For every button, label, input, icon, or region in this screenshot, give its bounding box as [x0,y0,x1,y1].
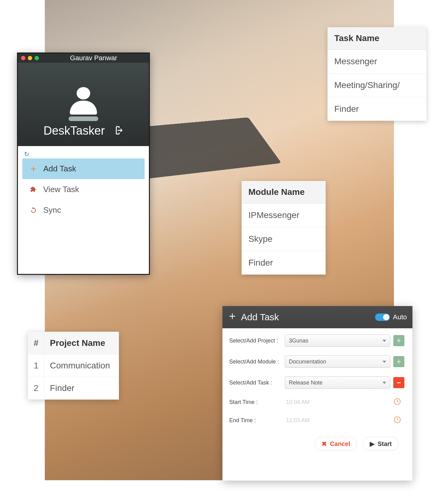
row-index: 2 [28,377,44,400]
menu-item-sync[interactable]: Sync [22,200,145,220]
chevron-down-icon [382,340,386,342]
chevron-down-icon [382,382,386,384]
task-select[interactable]: Release Note [285,376,390,389]
minimize-icon[interactable] [28,56,32,60]
maximize-icon[interactable] [35,56,39,60]
chevron-down-icon [382,361,386,363]
start-button[interactable]: ▶ Start [363,437,399,451]
label-end-time: End Time : [229,417,282,424]
list-item[interactable]: Skype [242,227,326,251]
cancel-label: Cancel [330,440,350,447]
task-list-header: Task Name [327,27,426,50]
project-table: # Project Name 1 Communication 2 Finder [28,332,119,400]
menu-label: Add Task [43,164,76,174]
auto-toggle[interactable] [375,313,390,321]
start-label: Start [378,440,392,447]
row-name: Communication [44,355,119,377]
project-value: 3Gunas [289,338,308,344]
add-task-title: Add Task [241,312,279,322]
list-item[interactable]: Finder [327,97,426,121]
row-name: Finder [44,377,119,400]
menu-label: Sync [43,205,61,215]
puzzle-icon [29,185,38,194]
col-index: # [28,332,44,355]
module-value: Documentation [289,359,326,365]
auto-label: Auto [393,313,407,321]
menu-label: View Task [43,185,79,194]
refresh-button[interactable]: ↻ [22,150,31,158]
username-label: Gaurav Panwar [41,54,146,62]
col-project-name: Project Name [44,332,119,355]
add-project-button[interactable] [393,335,404,346]
plus-icon [228,312,237,323]
app-title: DeskTasker [44,124,105,137]
module-select[interactable]: Documentation [285,355,390,368]
play-icon: ▶ [370,440,374,447]
clock-icon[interactable] [393,416,406,425]
list-item[interactable]: Finder [242,251,326,275]
list-item[interactable]: IPMessenger [242,204,326,227]
start-time-value[interactable]: 10:04 AM [285,399,390,405]
menu-item-add-task[interactable]: Add Task [22,158,145,179]
add-task-panel: Add Task Auto Select/Add Project : 3Guna… [222,306,412,481]
plus-icon [29,165,38,173]
sync-icon [29,206,38,215]
table-row[interactable]: 2 Finder [28,377,119,400]
list-item[interactable]: Meeting/Sharing/ [327,74,426,97]
add-task-body: Select/Add Project : 3Gunas Select/Add M… [222,328,412,454]
label-project: Select/Add Project : [229,338,282,344]
desktasker-menu: ↻ Add Task View Task Sync [18,146,149,274]
label-task: Select/Add Task : [229,380,282,386]
module-name-list: Module Name IPMessenger Skype Finder [242,181,326,275]
close-icon[interactable] [21,56,25,60]
cancel-button[interactable]: ✖ Cancel [315,437,357,451]
clock-icon[interactable] [393,397,406,407]
desktasker-header: DeskTasker [18,63,149,146]
end-time-value[interactable]: 11:03 AM [285,417,390,424]
svg-rect-0 [397,382,401,383]
remove-task-button[interactable] [393,377,404,388]
label-start-time: Start Time : [229,399,282,405]
list-item[interactable]: Messenger [327,50,426,74]
menu-item-view-task[interactable]: View Task [22,179,145,200]
add-module-button[interactable] [393,356,404,367]
task-name-list: Task Name Messenger Meeting/Sharing/ Fin… [327,27,426,121]
logout-icon[interactable] [112,125,123,137]
avatar-icon [66,87,100,121]
desktasker-window: Gaurav Panwar DeskTasker ↻ Add Task [17,52,150,275]
row-index: 1 [28,355,44,377]
table-row[interactable]: 1 Communication [28,355,119,377]
window-titlebar: Gaurav Panwar [18,53,149,63]
add-task-header: Add Task Auto [222,306,412,328]
project-select[interactable]: 3Gunas [285,334,390,347]
label-module: Select/Add Module : [229,359,282,365]
x-icon: ✖ [322,440,327,447]
module-list-header: Module Name [242,181,326,204]
task-value: Release Note [289,380,323,386]
